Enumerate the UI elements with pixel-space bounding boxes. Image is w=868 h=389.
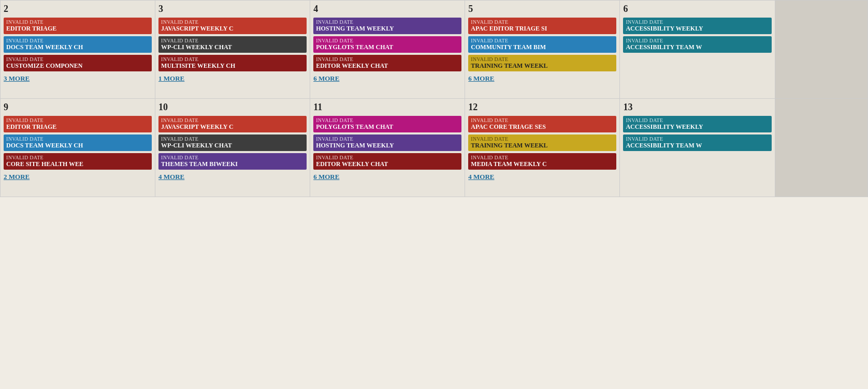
event-item[interactable]: INVALID DATEJAVASCRIPT WEEKLY C <box>158 116 307 132</box>
event-item[interactable]: INVALID DATEPOLYGLOTS TEAM CHAT <box>313 36 461 53</box>
event-title: HOSTING TEAM WEEKLY <box>316 142 459 149</box>
event-title: MULTISITE WEEKLY CH <box>161 62 304 70</box>
day-cell-empty <box>775 1 868 99</box>
more-events-link[interactable]: 4 MORE <box>158 173 307 181</box>
event-title: EDITOR WEEKLY CHAT <box>316 160 459 168</box>
event-date: INVALID DATE <box>316 117 459 123</box>
day-number: 13 <box>623 102 771 113</box>
day-cell-9: 9INVALID DATEEDITOR TRIAGEINVALID DATEDO… <box>1 99 155 197</box>
more-events-link[interactable]: 2 MORE <box>4 173 152 181</box>
event-title: ACCESSIBILITY TEAM W <box>626 142 769 149</box>
event-item[interactable]: INVALID DATEEDITOR WEEKLY CHAT <box>313 153 461 170</box>
event-item[interactable]: INVALID DATEWP-CLI WEEKLY CHAT <box>158 36 307 53</box>
event-date: INVALID DATE <box>471 38 614 43</box>
event-item[interactable]: INVALID DATEACCESSIBILITY WEEKLY <box>623 18 771 34</box>
event-date: INVALID DATE <box>471 19 614 25</box>
event-date: INVALID DATE <box>6 38 149 43</box>
event-title: TRAINING TEAM WEEKL <box>471 62 614 70</box>
event-title: HOSTING TEAM WEEKLY <box>316 25 459 33</box>
event-date: INVALID DATE <box>316 19 459 25</box>
event-date: INVALID DATE <box>471 155 614 160</box>
more-events-link[interactable]: 4 MORE <box>468 173 616 181</box>
more-events-link[interactable]: 6 MORE <box>313 74 461 83</box>
event-title: WP-CLI WEEKLY CHAT <box>161 43 304 51</box>
day-cell-12: 12INVALID DATEAPAC CORE TRIAGE SESINVALI… <box>465 99 620 197</box>
event-item[interactable]: INVALID DATEACCESSIBILITY TEAM W <box>623 134 771 151</box>
event-item[interactable]: INVALID DATEHOSTING TEAM WEEKLY <box>313 134 461 151</box>
event-item[interactable]: INVALID DATEMEDIA TEAM WEEKLY C <box>468 153 616 170</box>
event-item[interactable]: INVALID DATEHOSTING TEAM WEEKLY <box>313 18 461 34</box>
event-item[interactable]: INVALID DATECORE SITE HEALTH WEE <box>4 153 152 170</box>
event-title: ACCESSIBILITY WEEKLY <box>626 123 769 131</box>
event-title: EDITOR WEEKLY CHAT <box>316 62 459 70</box>
event-item[interactable]: INVALID DATEDOCS TEAM WEEKLY CH <box>4 134 152 151</box>
day-cell-10: 10INVALID DATEJAVASCRIPT WEEKLY CINVALID… <box>155 99 310 197</box>
event-title: POLYGLOTS TEAM CHAT <box>316 123 459 131</box>
day-number: 12 <box>468 102 616 113</box>
day-cell-5: 5INVALID DATEAPAC EDITOR TRIAGE SIINVALI… <box>465 1 620 99</box>
event-title: TRAINING TEAM WEEKL <box>471 142 614 149</box>
event-item[interactable]: INVALID DATECUSTOMIZE COMPONEN <box>4 55 152 71</box>
day-number: 11 <box>313 102 461 113</box>
day-cell-2: 2INVALID DATEEDITOR TRIAGEINVALID DATEDO… <box>1 1 155 99</box>
event-item[interactable]: INVALID DATECOMMUNITY TEAM BIM <box>468 36 616 53</box>
event-title: MEDIA TEAM WEEKLY C <box>471 160 614 168</box>
event-item[interactable]: INVALID DATEWP-CLI WEEKLY CHAT <box>158 134 307 151</box>
more-events-link[interactable]: 6 MORE <box>313 173 461 181</box>
event-title: ACCESSIBILITY WEEKLY <box>626 25 769 33</box>
event-item[interactable]: INVALID DATEMULTISITE WEEKLY CH <box>158 55 307 71</box>
event-title: POLYGLOTS TEAM CHAT <box>316 43 459 51</box>
event-title: ACCESSIBILITY TEAM W <box>626 43 769 51</box>
event-date: INVALID DATE <box>6 117 149 123</box>
event-item[interactable]: INVALID DATEPOLYGLOTS TEAM CHAT <box>313 116 461 132</box>
day-number: 6 <box>623 4 771 14</box>
event-title: EDITOR TRIAGE <box>6 25 149 33</box>
event-title: CUSTOMIZE COMPONEN <box>6 62 149 70</box>
event-date: INVALID DATE <box>626 117 769 123</box>
day-number: 3 <box>158 4 307 14</box>
event-date: INVALID DATE <box>6 155 149 160</box>
event-item[interactable]: INVALID DATEEDITOR TRIAGE <box>4 18 152 34</box>
event-item[interactable]: INVALID DATEACCESSIBILITY TEAM W <box>623 36 771 53</box>
event-date: INVALID DATE <box>316 38 459 43</box>
event-item[interactable]: INVALID DATETRAINING TEAM WEEKL <box>468 55 616 71</box>
event-date: INVALID DATE <box>161 136 304 142</box>
day-cell-empty <box>775 99 868 197</box>
event-item[interactable]: INVALID DATEAPAC EDITOR TRIAGE SI <box>468 18 616 34</box>
event-title: JAVASCRIPT WEEKLY C <box>161 123 304 131</box>
event-date: INVALID DATE <box>316 56 459 62</box>
event-date: INVALID DATE <box>6 136 149 142</box>
event-date: INVALID DATE <box>161 38 304 43</box>
event-date: INVALID DATE <box>626 136 769 142</box>
event-item[interactable]: INVALID DATEDOCS TEAM WEEKLY CH <box>4 36 152 53</box>
event-title: CORE SITE HEALTH WEE <box>6 160 149 168</box>
event-title: APAC CORE TRIAGE SES <box>471 123 614 131</box>
event-date: INVALID DATE <box>471 136 614 142</box>
event-title: EDITOR TRIAGE <box>6 123 149 131</box>
day-number: 2 <box>4 4 152 14</box>
event-item[interactable]: INVALID DATETRAINING TEAM WEEKL <box>468 134 616 151</box>
event-date: INVALID DATE <box>316 136 459 142</box>
day-number: 9 <box>4 102 152 113</box>
day-cell-11: 11INVALID DATEPOLYGLOTS TEAM CHATINVALID… <box>310 99 465 197</box>
day-cell-3: 3INVALID DATEJAVASCRIPT WEEKLY CINVALID … <box>155 1 310 99</box>
event-date: INVALID DATE <box>6 19 149 25</box>
event-date: INVALID DATE <box>161 117 304 123</box>
event-item[interactable]: INVALID DATEAPAC CORE TRIAGE SES <box>468 116 616 132</box>
event-title: JAVASCRIPT WEEKLY C <box>161 25 304 33</box>
event-item[interactable]: INVALID DATETHEMES TEAM BIWEEKI <box>158 153 307 170</box>
event-date: INVALID DATE <box>161 155 304 160</box>
event-item[interactable]: INVALID DATEJAVASCRIPT WEEKLY C <box>158 18 307 34</box>
more-events-link[interactable]: 6 MORE <box>468 74 616 83</box>
day-number: 10 <box>158 102 307 113</box>
event-item[interactable]: INVALID DATEACCESSIBILITY WEEKLY <box>623 116 771 132</box>
event-date: INVALID DATE <box>6 56 149 62</box>
day-number: 4 <box>313 4 461 14</box>
event-date: INVALID DATE <box>161 19 304 25</box>
event-item[interactable]: INVALID DATEEDITOR WEEKLY CHAT <box>313 55 461 71</box>
more-events-link[interactable]: 1 MORE <box>158 74 307 83</box>
more-events-link[interactable]: 3 MORE <box>4 74 152 83</box>
day-number: 5 <box>468 4 616 14</box>
event-date: INVALID DATE <box>161 56 304 62</box>
event-item[interactable]: INVALID DATEEDITOR TRIAGE <box>4 116 152 132</box>
